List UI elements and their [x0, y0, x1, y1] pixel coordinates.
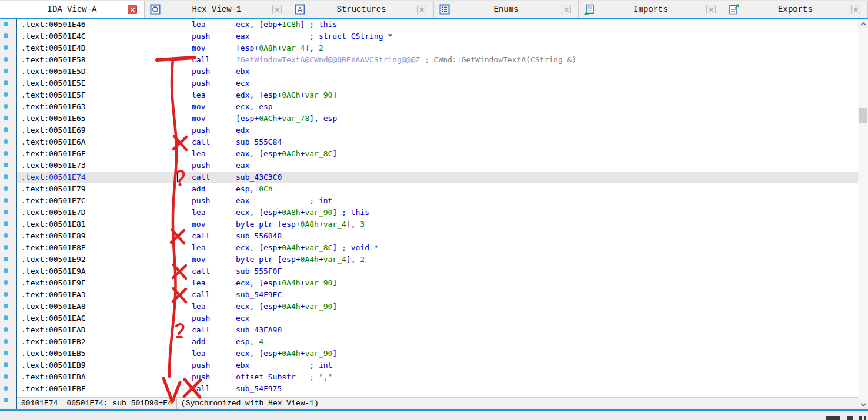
code-line[interactable]: .text:00501E5Fleaedx, [esp+0ACh+var_90] [17, 89, 858, 101]
code-line[interactable]: .text:00501EADcallsub_43EA90 [17, 324, 858, 336]
code-line[interactable]: .text:00501E63movecx, esp [17, 101, 858, 113]
close-icon[interactable] [128, 5, 137, 14]
line-dot-icon [4, 351, 8, 355]
mnemonic: call [192, 266, 236, 277]
code-line[interactable]: .text:00501E65mov[esp+0ACh+var_78], esp [17, 113, 858, 125]
operands: edx, [esp+0ACh+var_90] [236, 89, 858, 101]
tab-label: Enums [493, 5, 518, 14]
code-line[interactable]: .text:00501E69pushedx [17, 125, 858, 136]
operand-segment: + [319, 255, 323, 264]
line-dot-icon [4, 80, 8, 85]
operand-segment: ] [332, 302, 337, 311]
line-dot-icon [4, 198, 8, 203]
tab-exports[interactable]: Exports [723, 1, 868, 18]
code-line[interactable]: .text:00501EA8leaecx, [esp+0A4h+var_90] [17, 301, 858, 313]
code-line[interactable]: .text:00501EB5leaecx, [esp+0A4h+var_90] [17, 348, 858, 359]
operand-segment: ?GetWindowTextA@CWnd@@QBEXAAVCString@@@Z [236, 55, 420, 64]
code-line[interactable]: .text:00501E7Dleaecx, [esp+0A8h+var_90] … [17, 207, 858, 219]
line-dot-icon [4, 104, 8, 109]
code-line[interactable]: .text:00501E8Eleaecx, [esp+0A4h+var_8C] … [17, 242, 858, 254]
operands: eax ; int [236, 195, 858, 207]
operand-segment: 0A4h [301, 255, 319, 264]
code-line[interactable]: .text:00501E7Cpusheax ; int [17, 195, 858, 207]
close-icon[interactable] [562, 5, 571, 14]
code-line[interactable]: .text:00501EA3callsub_54F9EC [17, 289, 858, 301]
tab-label: Exports [778, 5, 813, 14]
operand-segment: ] [332, 149, 337, 158]
code-line[interactable]: .text:00501E5Epushecx [17, 78, 858, 89]
operand-segment: 0ACh [282, 90, 300, 99]
operand-segment: 0A8h [282, 208, 300, 217]
code-line[interactable]: .text:00501E58call?GetWindowTextA@CWnd@@… [17, 54, 858, 66]
close-icon[interactable] [851, 5, 860, 14]
code-line[interactable]: .text:00501E6Fleaeax, [esp+0ACh+var_8C] [17, 148, 858, 160]
tab-ida-view-a[interactable]: IDA View-A [0, 1, 145, 18]
address: .text:00501E8E [21, 242, 192, 254]
code-line[interactable]: .text:00501E9Acallsub_555F0F [17, 266, 858, 277]
close-icon[interactable] [706, 5, 716, 14]
code-line[interactable]: .text:00501EBApushoffset Substr ; "," [17, 371, 858, 383]
code-line[interactable]: .text:00501E89callsub_556048 [17, 230, 858, 242]
code-line[interactable]: .text:00501E9Fleaecx, [esp+0A4h+var_90] [17, 277, 858, 289]
mnemonic: push [192, 66, 236, 78]
operand-segment: ecx [236, 314, 249, 322]
operands: sub_43EA90 [236, 324, 858, 336]
mnemonic: push [192, 78, 236, 89]
tab-enums[interactable]: Enums [434, 1, 579, 18]
tab-imports[interactable]: Imports [579, 1, 723, 18]
address: .text:00501EBF [21, 383, 192, 395]
mnemonic: lea [192, 148, 236, 160]
scroll-down-icon[interactable] [858, 399, 868, 409]
operands: ecx [236, 313, 858, 324]
operand-segment: ecx, [esp+ [236, 349, 282, 358]
code-line[interactable]: .text:00501E4Cpusheax ; struct CString * [17, 31, 858, 42]
line-dot-icon [4, 174, 8, 179]
vertical-scrollbar[interactable] [858, 19, 868, 409]
operand-segment: ecx, [ebp+ [236, 20, 282, 29]
code-line[interactable]: .text:00501E6Acallsub_555C84 [17, 136, 858, 148]
tab-hex-view-1[interactable]: Hex View-1 [145, 1, 289, 18]
enums-icon [439, 4, 450, 15]
operands: esp, 0Ch [236, 183, 858, 195]
operand-segment: ] [332, 278, 337, 287]
address: .text:00501EAD [21, 324, 192, 336]
close-icon[interactable] [272, 5, 282, 14]
code-line[interactable]: .text:00501EB2addesp, 4 [17, 336, 858, 348]
mnemonic: push [192, 371, 236, 383]
scrollbar-thumb[interactable] [859, 108, 867, 123]
line-dot-icon [4, 268, 8, 273]
operand-segment: esp, [236, 184, 259, 193]
code-line[interactable]: .text:00501E74callsub_43C3C0 [17, 172, 858, 183]
code-line[interactable]: .text:00501E5Dpushebx [17, 66, 858, 78]
line-dot-icon [4, 163, 8, 167]
scroll-up-icon[interactable] [858, 19, 868, 29]
line-dot-icon [4, 116, 8, 120]
tab-bar: IDA View-A Hex View-1 A Structures [0, 0, 868, 18]
close-icon[interactable] [417, 5, 426, 14]
operand-segment: 0A4h [282, 349, 300, 358]
mnemonic: push [192, 195, 236, 207]
line-dot-icon [4, 92, 8, 97]
code-line[interactable]: .text:00501EB9pushebx ; int [17, 359, 858, 371]
code-line[interactable]: .text:00501EACpushecx [17, 313, 858, 324]
mnemonic: push [192, 313, 236, 324]
mnemonic: lea [192, 277, 236, 289]
code-line[interactable]: .text:00501E79addesp, 0Ch [17, 183, 858, 195]
address: .text:00501E7C [21, 195, 192, 207]
code-line[interactable]: .text:00501E73pusheax [17, 160, 858, 172]
operand-segment: sub_43C3C0 [236, 173, 282, 182]
operands: ebx [236, 66, 858, 78]
mnemonic: call [192, 230, 236, 242]
code-line[interactable]: .text:00501E46leaecx, [ebp+1C8h] ; this [17, 19, 858, 31]
operand-segment: var_90 [305, 302, 332, 311]
operand-segment: 0A4h [282, 243, 300, 252]
code-line[interactable]: .text:00501E81movbyte ptr [esp+0A8h+var_… [17, 219, 858, 230]
mnemonic: add [192, 183, 236, 195]
code-line[interactable]: .text:00501EBFcallsub_54F975 [17, 383, 858, 395]
operand-segment: ecx, [esp+ [236, 278, 282, 287]
operands: ecx, [esp+0A4h+var_90] [236, 277, 858, 289]
code-line[interactable]: .text:00501E92movbyte ptr [esp+0A4h+var_… [17, 254, 858, 266]
code-line[interactable]: .text:00501E4Dmov[esp+0A8h+var_4], 2 [17, 42, 858, 54]
operand-segment: var_8C [305, 243, 332, 252]
tab-structures[interactable]: A Structures [289, 1, 434, 18]
